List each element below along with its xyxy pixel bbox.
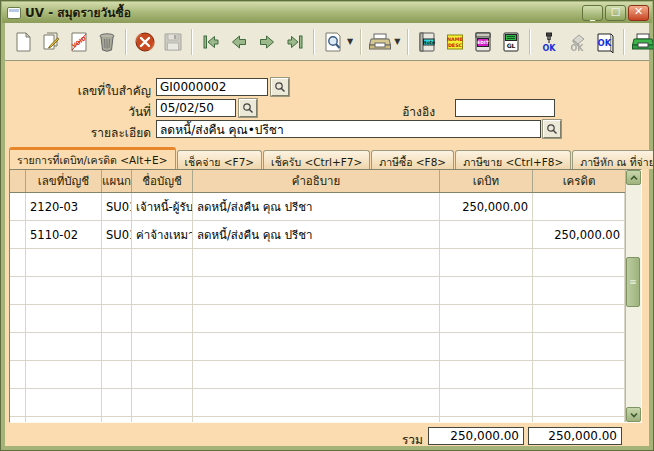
- svg-text:GL: GL: [507, 42, 516, 49]
- gl-button[interactable]: GL: [497, 27, 525, 57]
- description-lookup-button[interactable]: [543, 120, 561, 138]
- col-header-debit: เดบิท: [440, 170, 533, 192]
- delete-button[interactable]: [93, 27, 121, 57]
- date-input[interactable]: [156, 99, 236, 117]
- approve-ok-button[interactable]: OK: [591, 27, 619, 57]
- description-input[interactable]: [156, 120, 541, 138]
- description-label: รายละเอียด: [11, 123, 151, 142]
- post-ok-button[interactable]: OK: [535, 27, 563, 57]
- debit-cell[interactable]: [440, 221, 533, 248]
- edit-doc-button[interactable]: EDIT: [469, 27, 497, 57]
- print-dropdown-arrow[interactable]: ▼: [394, 37, 400, 46]
- table-row-empty[interactable]: [10, 277, 641, 305]
- total-debit-field[interactable]: 250,000.00: [428, 427, 524, 445]
- svg-text:NAME: NAME: [447, 37, 463, 42]
- table-row[interactable]: 2120-03 SU01 เจ้าหนี้-ผู้รับเหมา ลดหนี้/…: [10, 193, 641, 221]
- tab-withholding-tax[interactable]: ภาษีหัก ณ ที่จ่าย <Ctrl+F10>: [572, 150, 654, 169]
- print-report-button[interactable]: [629, 27, 654, 57]
- toolbar-separator: [623, 29, 625, 55]
- svg-text:OK: OK: [571, 44, 585, 53]
- grid-header-row: เลขที่บัญชี แผนก ชื่อบัญชี คำอธิบาย เดบิ…: [10, 170, 641, 193]
- cancel-red-x-icon: [134, 31, 156, 53]
- debit-cell[interactable]: 250,000.00: [440, 193, 533, 220]
- gl-ledger-icon: GL: [501, 31, 521, 53]
- tab-cheque-received[interactable]: เช็ครับ <Ctrl+F7>: [263, 150, 370, 169]
- find-dropdown-arrow[interactable]: ▼: [347, 37, 353, 46]
- svg-text:OK: OK: [543, 44, 557, 53]
- toolbar-separator: [313, 29, 315, 55]
- account-no-cell[interactable]: 2120-03: [26, 193, 102, 220]
- minimize-button[interactable]: _: [582, 5, 603, 21]
- previous-record-icon: [228, 31, 250, 53]
- magnifier-icon: [274, 81, 286, 93]
- previous-record-button[interactable]: [225, 27, 253, 57]
- doc-no-label: เลขที่ใบสำคัญ: [11, 81, 151, 100]
- account-name-cell[interactable]: เจ้าหนี้-ผู้รับเหมา: [132, 193, 193, 220]
- department-cell[interactable]: SU01: [102, 221, 132, 248]
- date-lookup-button[interactable]: [239, 99, 257, 117]
- form-area: เลขที่ใบสำคัญ วันที่ อ้างอิง รายละเอียด: [5, 62, 649, 446]
- table-row-empty[interactable]: [10, 417, 641, 423]
- table-row-empty[interactable]: [10, 361, 641, 389]
- scroll-down-button[interactable]: [626, 407, 641, 422]
- account-no-cell[interactable]: 5110-02: [26, 221, 102, 248]
- col-header-description: คำอธิบาย: [193, 170, 440, 192]
- trash-icon: [96, 31, 118, 53]
- scrollbar-track[interactable]: [626, 185, 641, 407]
- svg-text:Note: Note: [423, 39, 435, 44]
- vertical-scrollbar[interactable]: [625, 170, 641, 422]
- table-row-empty[interactable]: [10, 305, 641, 333]
- toolbar-separator: [360, 29, 362, 55]
- find-button[interactable]: [319, 27, 347, 57]
- total-credit-field[interactable]: 250,000.00: [528, 427, 622, 445]
- department-cell[interactable]: SU01: [102, 193, 132, 220]
- new-document-icon: [12, 31, 34, 53]
- maximize-button[interactable]: □: [605, 5, 626, 21]
- unpost-ok-button: OK: [563, 27, 591, 57]
- name-desc-icon: NAMEDESC: [445, 32, 465, 52]
- next-record-button[interactable]: [253, 27, 281, 57]
- scroll-up-button[interactable]: [626, 170, 641, 185]
- description-cell[interactable]: ลดหนี้/ส่งคืน คุณ ปรีชา: [193, 193, 440, 220]
- window-title: UV - สมุดรายวันซื้อ: [25, 3, 582, 22]
- post-ok-pin-icon: OK: [539, 31, 559, 53]
- tab-sales-vat[interactable]: ภาษีขาย <Ctrl+F8>: [455, 150, 571, 169]
- close-button[interactable]: ✕: [628, 5, 649, 21]
- description-cell[interactable]: ลดหนี้/ส่งคืน คุณ ปรีชา: [193, 221, 440, 248]
- table-row-empty[interactable]: [10, 249, 641, 277]
- col-header-department: แผนก: [102, 170, 132, 192]
- row-selector-cell[interactable]: [10, 221, 26, 248]
- note-book-icon: Note: [417, 31, 437, 53]
- row-selector-cell[interactable]: [10, 193, 26, 220]
- tab-cheque-payment[interactable]: เช็คจ่าย <F7>: [177, 150, 263, 169]
- print-button[interactable]: [366, 27, 394, 57]
- first-record-button[interactable]: [197, 27, 225, 57]
- void-stamp-icon: VOID: [68, 31, 90, 53]
- chevron-down-icon: [630, 412, 638, 418]
- tab-debit-credit-entries[interactable]: รายการที่เดบิท/เครดิต <Alt+E>: [9, 147, 176, 169]
- scrollbar-thumb[interactable]: [626, 257, 640, 307]
- table-row[interactable]: 5110-02 SU01 ค่าจ้างเหมา ลดหนี้/ส่งคืน ค…: [10, 221, 641, 249]
- edit-pencil-icon: [40, 31, 62, 53]
- table-row-empty[interactable]: [10, 389, 641, 417]
- reference-input[interactable]: [455, 99, 555, 117]
- table-row-empty[interactable]: [10, 333, 641, 361]
- toolbar-separator: [529, 29, 531, 55]
- reference-label: อ้างอิง: [295, 102, 435, 121]
- edit-doc-icon: EDIT: [473, 31, 493, 53]
- credit-cell[interactable]: [533, 193, 625, 220]
- row-selector-header: [10, 170, 26, 192]
- name-desc-button[interactable]: NAMEDESC: [441, 27, 469, 57]
- credit-cell[interactable]: 250,000.00: [533, 221, 625, 248]
- new-button[interactable]: [9, 27, 37, 57]
- note-button[interactable]: Note: [413, 27, 441, 57]
- edit-button[interactable]: [37, 27, 65, 57]
- doc-no-input[interactable]: [156, 78, 268, 96]
- void-button[interactable]: VOID: [65, 27, 93, 57]
- account-name-cell[interactable]: ค่าจ้างเหมา: [132, 221, 193, 248]
- tab-purchase-vat[interactable]: ภาษีซื้อ <F8>: [371, 150, 454, 169]
- doc-no-lookup-button[interactable]: [271, 78, 289, 96]
- col-header-account-no: เลขที่บัญชี: [26, 170, 102, 192]
- cancel-button[interactable]: [131, 27, 159, 57]
- last-record-button[interactable]: [281, 27, 309, 57]
